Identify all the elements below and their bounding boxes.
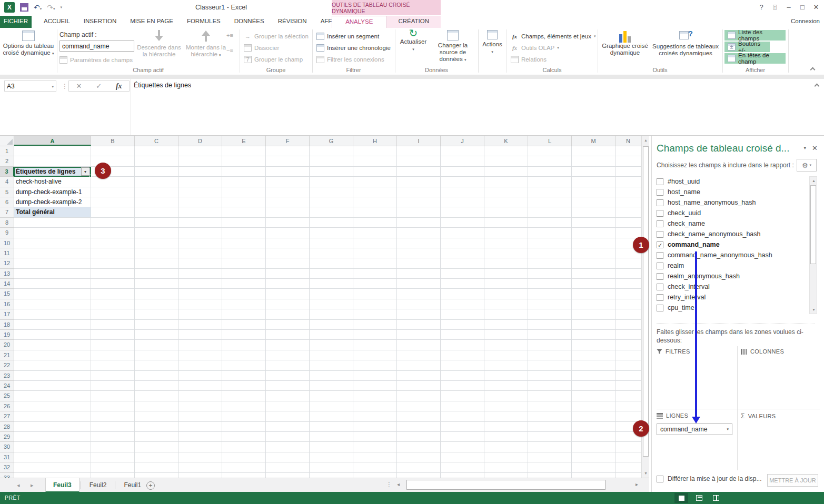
cell-N9[interactable] bbox=[615, 228, 641, 238]
field-checkbox[interactable] bbox=[657, 178, 663, 185]
cell-K8[interactable] bbox=[484, 218, 528, 228]
cell-H3[interactable] bbox=[353, 167, 397, 177]
cell-L7[interactable] bbox=[528, 207, 572, 217]
sheet-tab-Feuil1[interactable]: Feuil1 bbox=[116, 478, 148, 492]
cell-D15[interactable] bbox=[178, 289, 222, 299]
cell-C31[interactable] bbox=[135, 452, 178, 462]
cell-M19[interactable] bbox=[572, 330, 615, 340]
cell-C23[interactable] bbox=[135, 371, 178, 381]
row-header-5[interactable]: 5 bbox=[0, 187, 14, 197]
cell-N6[interactable] bbox=[615, 197, 641, 207]
cell-B21[interactable] bbox=[91, 350, 135, 360]
cell-J20[interactable] bbox=[441, 340, 484, 350]
row-header-15[interactable]: 15 bbox=[0, 289, 14, 299]
cell-C1[interactable] bbox=[135, 146, 178, 156]
cell-D3[interactable] bbox=[178, 167, 222, 177]
cell-J13[interactable] bbox=[441, 269, 484, 279]
cell-M23[interactable] bbox=[572, 371, 615, 381]
field-checkbox[interactable] bbox=[657, 189, 663, 196]
cell-H23[interactable] bbox=[353, 371, 397, 381]
cell-L26[interactable] bbox=[528, 401, 572, 411]
cell-H12[interactable] bbox=[353, 258, 397, 268]
cell-A31[interactable] bbox=[14, 452, 91, 462]
cell-N32[interactable] bbox=[615, 462, 641, 472]
cell-G31[interactable] bbox=[310, 452, 353, 462]
collapse-formula-bar-button[interactable] bbox=[815, 82, 819, 89]
cell-C26[interactable] bbox=[135, 401, 178, 411]
cell-A12[interactable] bbox=[14, 258, 91, 268]
cell-A2[interactable] bbox=[14, 156, 91, 166]
cell-I4[interactable] bbox=[397, 177, 441, 187]
cell-A23[interactable] bbox=[14, 371, 91, 381]
cell-H18[interactable] bbox=[353, 320, 397, 330]
tab-mise-en-page[interactable]: MISE EN PAGE bbox=[123, 16, 180, 28]
cell-D25[interactable] bbox=[178, 391, 222, 401]
cell-E28[interactable] bbox=[222, 422, 266, 432]
cell-M2[interactable] bbox=[572, 156, 615, 166]
cell-J31[interactable] bbox=[441, 452, 484, 462]
cell-C21[interactable] bbox=[135, 350, 178, 360]
cell-N22[interactable] bbox=[615, 360, 641, 370]
cell-F5[interactable] bbox=[266, 187, 310, 197]
cell-H2[interactable] bbox=[353, 156, 397, 166]
cell-K19[interactable] bbox=[484, 330, 528, 340]
cell-H17[interactable] bbox=[353, 309, 397, 319]
cell-L11[interactable] bbox=[528, 248, 572, 258]
cell-G20[interactable] bbox=[310, 340, 353, 350]
cell-D19[interactable] bbox=[178, 330, 222, 340]
row-header-25[interactable]: 25 bbox=[0, 391, 14, 401]
cell-B30[interactable] bbox=[91, 442, 135, 452]
cell-G23[interactable] bbox=[310, 371, 353, 381]
cell-C18[interactable] bbox=[135, 320, 178, 330]
cell-M7[interactable] bbox=[572, 207, 615, 217]
cell-E3[interactable] bbox=[222, 167, 266, 177]
cell-C28[interactable] bbox=[135, 422, 178, 432]
cell-G33[interactable] bbox=[310, 473, 353, 478]
cell-I19[interactable] bbox=[397, 330, 441, 340]
minimize-button[interactable]: – bbox=[783, 3, 795, 11]
cell-A14[interactable] bbox=[14, 279, 91, 289]
cell-E4[interactable] bbox=[222, 177, 266, 187]
cell-I24[interactable] bbox=[397, 381, 441, 391]
cell-D16[interactable] bbox=[178, 299, 222, 309]
cell-L5[interactable] bbox=[528, 187, 572, 197]
cell-A17[interactable] bbox=[14, 309, 91, 319]
cell-E20[interactable] bbox=[222, 340, 266, 350]
row-header-3[interactable]: 3 bbox=[0, 167, 14, 177]
column-header-J[interactable]: J bbox=[441, 136, 484, 146]
cell-N14[interactable] bbox=[615, 279, 641, 289]
cell-F26[interactable] bbox=[266, 401, 310, 411]
cell-F21[interactable] bbox=[266, 350, 310, 360]
cell-J14[interactable] bbox=[441, 279, 484, 289]
cell-B28[interactable] bbox=[91, 422, 135, 432]
cell-E23[interactable] bbox=[222, 371, 266, 381]
cell-N16[interactable] bbox=[615, 299, 641, 309]
cell-J17[interactable] bbox=[441, 309, 484, 319]
cell-F13[interactable] bbox=[266, 269, 310, 279]
cell-I30[interactable] bbox=[397, 442, 441, 452]
row-header-16[interactable]: 16 bbox=[0, 299, 14, 309]
fields-items-sets-button[interactable]: fxChamps, éléments et jeux▾ bbox=[511, 31, 595, 42]
row-header-4[interactable]: 4 bbox=[0, 177, 14, 187]
cell-D26[interactable] bbox=[178, 401, 222, 411]
cell-F27[interactable] bbox=[266, 411, 310, 421]
cell-I17[interactable] bbox=[397, 309, 441, 319]
cell-I16[interactable] bbox=[397, 299, 441, 309]
page-break-view-button[interactable] bbox=[709, 493, 723, 503]
cell-F16[interactable] bbox=[266, 299, 310, 309]
cell-E13[interactable] bbox=[222, 269, 266, 279]
drill-up-button[interactable]: Monter dans la hiérarchie ▾ bbox=[183, 29, 229, 58]
cell-B24[interactable] bbox=[91, 381, 135, 391]
cell-N19[interactable] bbox=[615, 330, 641, 340]
field-item-host_name_anonymous_hash[interactable]: host_name_anonymous_hash bbox=[657, 197, 809, 208]
cell-K3[interactable] bbox=[484, 167, 528, 177]
horizontal-scrollbar[interactable]: ◂ ▸ bbox=[395, 480, 640, 490]
row-header-19[interactable]: 19 bbox=[0, 330, 14, 340]
cell-M16[interactable] bbox=[572, 299, 615, 309]
cell-L19[interactable] bbox=[528, 330, 572, 340]
cell-M11[interactable] bbox=[572, 248, 615, 258]
cell-D29[interactable] bbox=[178, 432, 222, 442]
cell-L2[interactable] bbox=[528, 156, 572, 166]
cell-C19[interactable] bbox=[135, 330, 178, 340]
cell-E18[interactable] bbox=[222, 320, 266, 330]
